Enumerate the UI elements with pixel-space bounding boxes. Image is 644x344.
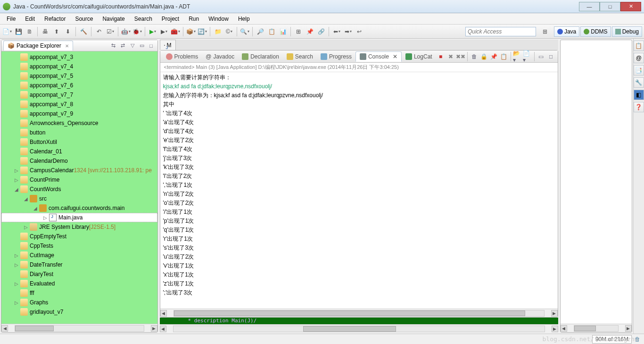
scroll-right-button[interactable]: ▶: [552, 326, 558, 332]
clear-console-button[interactable]: 🗑: [470, 52, 479, 61]
menu-refactor[interactable]: Refactor: [40, 14, 70, 24]
close-icon[interactable]: ✕: [393, 53, 397, 60]
up-button[interactable]: ↩: [354, 26, 364, 37]
gc-button[interactable]: 🗑: [635, 336, 640, 343]
view-menu-button[interactable]: ▽: [128, 42, 137, 50]
tab-progress[interactable]: Progress: [317, 52, 355, 61]
expand-arrow-icon[interactable]: ▷: [13, 262, 20, 268]
scroll-left-button[interactable]: ◀: [1, 325, 8, 332]
toggle-button[interactable]: ⊞: [293, 26, 304, 37]
external-tools-button[interactable]: 🧰: [170, 26, 181, 37]
scroll-thumb[interactable]: [15, 326, 54, 331]
scroll-lock-button[interactable]: 🔒: [479, 52, 489, 61]
tree-item-appcompat-v7-7[interactable]: appcompat_v7_7: [1, 90, 157, 100]
new-package-button[interactable]: 📁: [213, 26, 223, 37]
pin-button[interactable]: 📌: [305, 26, 315, 37]
menu-search[interactable]: Search: [130, 14, 157, 24]
scroll-track[interactable]: [173, 326, 545, 332]
editor-scrollbar[interactable]: ◀ ▶: [160, 324, 558, 333]
expand-arrow-icon[interactable]: ◢: [32, 206, 39, 211]
outline-button[interactable]: 📊: [278, 26, 288, 37]
menu-file[interactable]: File: [2, 14, 20, 24]
perspective-java[interactable]: Java: [554, 26, 579, 37]
undo-button[interactable]: ↶: [94, 26, 104, 37]
tab-declaration[interactable]: Declaration: [238, 52, 283, 61]
scroll-track[interactable]: [173, 310, 545, 317]
tree-item-graphs[interactable]: ▷Graphs: [1, 298, 157, 307]
remove-launch-button[interactable]: ✖: [446, 52, 455, 61]
tree-item-calendar-01[interactable]: Calendar_01: [1, 147, 157, 156]
perspective-ddms[interactable]: DDMS: [580, 26, 611, 37]
tab-problems[interactable]: Problems: [162, 52, 202, 61]
expand-arrow-icon[interactable]: ◢: [13, 187, 20, 192]
outline-fastview-button[interactable]: 📋: [634, 41, 644, 51]
expand-arrow-icon[interactable]: ▷: [13, 253, 20, 258]
bookmarks-fastview-button[interactable]: 📑: [634, 65, 644, 76]
scroll-thumb[interactable]: [303, 326, 396, 332]
menu-project[interactable]: Project: [157, 14, 184, 24]
console-scrollbar[interactable]: ◀ ▶: [160, 309, 558, 317]
console-output[interactable]: 请输入需要计算的字符串：kjsa;kf asd fa d;jdfak;leurq…: [160, 72, 558, 309]
tree-item-cppemptytest[interactable]: CppEmptyTest: [1, 232, 157, 241]
tree-item-jre-system-library[interactable]: ▷JRE System Library [J2SE-1.5]: [1, 222, 157, 232]
save-all-button[interactable]: 🗎: [25, 26, 35, 37]
editor-tab-main[interactable]: M: [160, 40, 176, 50]
tab-logcat[interactable]: LogCat: [402, 52, 436, 61]
tree-item-appcompat-v7-6[interactable]: appcompat_v7_6: [1, 81, 157, 90]
tree-item-cpptests[interactable]: CppTests: [1, 241, 157, 251]
new-button[interactable]: 📄: [2, 26, 12, 37]
expand-arrow-icon[interactable]: ▷: [22, 225, 30, 230]
display-selected-button[interactable]: 📋: [499, 52, 509, 61]
hierarchy-fastview-button[interactable]: ◧: [634, 90, 644, 100]
close-icon[interactable]: ✕: [65, 43, 69, 49]
tree-item-countprime[interactable]: ▷CountPrime: [1, 175, 157, 185]
menu-edit[interactable]: Edit: [20, 14, 40, 24]
tree-item-appcompat-v7-3[interactable]: appcompat_v7_3: [1, 52, 157, 62]
scroll-right-button[interactable]: ▶: [151, 325, 157, 332]
expand-arrow-icon[interactable]: ▷: [13, 168, 20, 173]
minimize-button[interactable]: —: [579, 2, 600, 11]
task-list-fastview-button[interactable]: @: [634, 53, 644, 63]
minimize-view-button[interactable]: ▭: [537, 52, 546, 61]
tree-item-button[interactable]: button: [1, 128, 157, 137]
collapse-all-button[interactable]: ⇆: [109, 42, 118, 50]
project-tree[interactable]: appcompat_v7_3appcompat_v7_4appcompat_v7…: [1, 51, 157, 324]
expand-arrow-icon[interactable]: ▷: [13, 177, 20, 183]
menu-run[interactable]: Run: [184, 14, 204, 24]
horizontal-scrollbar[interactable]: ◀ ▶: [1, 324, 157, 332]
tree-item-countwords[interactable]: ◢CountWords: [1, 185, 157, 194]
expand-arrow-icon[interactable]: ▷: [41, 215, 49, 220]
tree-item-campuscalendar[interactable]: ▷CampusCalendar 1324 [svn://211.103.218.…: [1, 166, 157, 175]
tree-item-diarytest[interactable]: DiaryTest: [1, 269, 157, 279]
maximize-button[interactable]: □: [600, 2, 620, 11]
scroll-left-button[interactable]: ◀: [160, 326, 166, 332]
minimize-view-button[interactable]: ▭: [138, 42, 146, 50]
print-button[interactable]: 🖶: [40, 26, 50, 37]
terminate-button[interactable]: ■: [436, 52, 446, 61]
scroll-left-button[interactable]: ◀: [561, 325, 567, 332]
scroll-track[interactable]: [15, 325, 144, 332]
tree-item-appcompat-v7-4[interactable]: appcompat_v7_4: [1, 62, 157, 71]
tree-item-datetransfer[interactable]: ▷DateTransfer: [1, 260, 157, 269]
menu-help[interactable]: Help: [233, 14, 255, 24]
tree-item-arrownockers-opensource[interactable]: Arrownockers_Opensource: [1, 118, 157, 128]
properties-fastview-button[interactable]: 🔧: [634, 77, 644, 88]
back-button[interactable]: ⬅: [331, 26, 342, 37]
tree-item-gridlayout-v7[interactable]: gridlayout_v7: [1, 307, 157, 317]
scroll-right-button[interactable]: ▶: [551, 310, 558, 317]
package-explorer-tab[interactable]: 📦 Package Explorer ✕: [3, 41, 73, 50]
tree-item-main-java[interactable]: ▷Main.java: [1, 213, 157, 222]
right-scrollbar[interactable]: ◀ ▶: [561, 324, 632, 332]
search-button[interactable]: 🔎: [255, 26, 265, 37]
scroll-right-button[interactable]: ▶: [625, 325, 632, 332]
tree-item-fff[interactable]: fff: [1, 288, 157, 298]
close-button[interactable]: ✕: [620, 2, 641, 11]
checkbox-icon[interactable]: ☑: [105, 26, 116, 37]
tab-console[interactable]: Console✕: [355, 51, 402, 62]
build-button[interactable]: 🔨: [78, 26, 89, 37]
tree-item-appcompat-v7-5[interactable]: appcompat_v7_5: [1, 71, 157, 81]
refresh-button[interactable]: 🔄: [197, 26, 207, 37]
new-console-button[interactable]: 📄▾: [523, 52, 532, 61]
menu-source[interactable]: Source: [70, 14, 98, 24]
tab-javadoc[interactable]: @Javadoc: [202, 52, 238, 61]
